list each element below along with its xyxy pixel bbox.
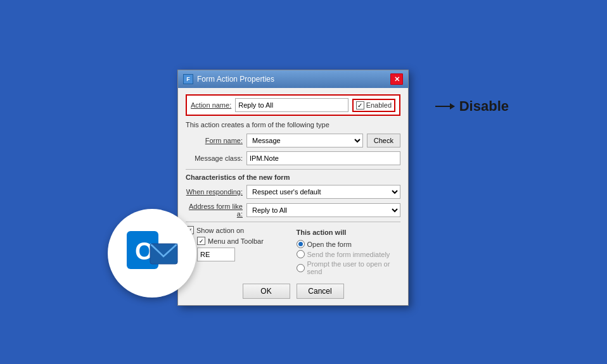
close-button[interactable]: ✕ <box>390 73 403 85</box>
divider1 <box>186 169 400 170</box>
dialog-content: Action name: ✓ Enabled This action creat… <box>178 88 408 305</box>
disable-text: Disable <box>459 98 509 115</box>
divider2 <box>186 222 400 222</box>
open-form-radio[interactable] <box>297 240 305 248</box>
prefix-row <box>197 248 290 261</box>
address-form-label: Address form like a: <box>186 203 243 218</box>
two-col-section: ✓ Show action on ✓ Menu and Toolbar This… <box>186 226 400 277</box>
title-left: F Form Action Properties <box>183 74 274 84</box>
disable-annotation: Disable <box>435 98 509 115</box>
show-action-col: ✓ Show action on ✓ Menu and Toolbar <box>186 226 290 277</box>
form-name-select-wrapper: Message Reply Reply to All <box>246 134 363 147</box>
message-class-label: Message class: <box>186 154 243 162</box>
show-action-label: Show action on <box>196 227 244 234</box>
send-immediately-radio[interactable] <box>297 250 305 258</box>
action-name-row: Action name: ✓ Enabled <box>186 94 400 116</box>
open-form-label: Open the form <box>307 241 352 248</box>
disable-arrow <box>435 106 454 107</box>
enabled-label: Enabled <box>366 101 392 109</box>
action-name-input[interactable] <box>235 98 348 112</box>
menu-toolbar-checkbox[interactable]: ✓ <box>197 237 205 245</box>
address-form-select[interactable]: Reply to All Reply Forward <box>246 203 400 217</box>
form-name-label: Form name: <box>186 137 243 144</box>
prompt-user-radio[interactable] <box>297 264 305 272</box>
message-class-row: Message class: <box>186 151 400 165</box>
address-form-row: Address form like a: Reply to All Reply … <box>186 203 400 218</box>
show-action-area: ✓ Show action on ✓ Menu and Toolbar <box>186 226 290 245</box>
form-type-text: This action creates a form of the follow… <box>186 121 400 129</box>
form-name-select[interactable]: Message Reply Reply to All <box>246 134 363 147</box>
characteristics-header: Characteristics of the new form <box>186 173 400 181</box>
dialog-icon: F <box>183 74 193 84</box>
send-immediately-radio-row: Send the form immediately <box>297 250 401 258</box>
when-responding-select[interactable]: Respect user's default Always use Never … <box>246 185 400 199</box>
this-action-header: This action will <box>297 229 401 236</box>
message-class-input[interactable] <box>246 151 400 165</box>
check-button[interactable]: Check <box>367 134 400 147</box>
form-name-row: Form name: Message Reply Reply to All Ch… <box>186 134 400 147</box>
dialog-title: Form Action Properties <box>197 75 274 84</box>
prompt-user-label: Prompt the user to open or send <box>307 260 401 275</box>
ok-button[interactable]: OK <box>243 284 290 299</box>
this-action-col: This action will Open the form Send the … <box>297 226 401 277</box>
address-form-select-wrapper: Reply to All Reply Forward <box>246 203 400 217</box>
when-responding-label: When responding: <box>186 188 243 196</box>
when-responding-select-wrapper: Respect user's default Always use Never … <box>246 185 400 199</box>
form-action-properties-dialog: F Form Action Properties ✕ Action name: … <box>177 70 409 306</box>
when-responding-row: When responding: Respect user's default … <box>186 185 400 199</box>
cancel-button[interactable]: Cancel <box>297 284 344 299</box>
menu-toolbar-row: ✓ Menu and Toolbar <box>197 237 290 245</box>
show-action-checkbox-row: ✓ Show action on <box>186 226 290 234</box>
prefix-input[interactable] <box>197 248 235 261</box>
button-row: OK Cancel <box>186 284 400 299</box>
enabled-checkbox[interactable]: ✓ <box>356 101 364 110</box>
open-form-radio-row: Open the form <box>297 240 401 248</box>
action-name-label: Action name: <box>191 101 231 109</box>
dialog-titlebar: F Form Action Properties ✕ <box>178 70 408 88</box>
prompt-user-radio-row: Prompt the user to open or send <box>297 260 401 275</box>
send-immediately-label: Send the form immediately <box>307 251 390 258</box>
enabled-checkbox-area: ✓ Enabled <box>352 99 395 112</box>
outlook-logo-circle: O <box>108 209 196 298</box>
menu-toolbar-label: Menu and Toolbar <box>208 237 264 245</box>
